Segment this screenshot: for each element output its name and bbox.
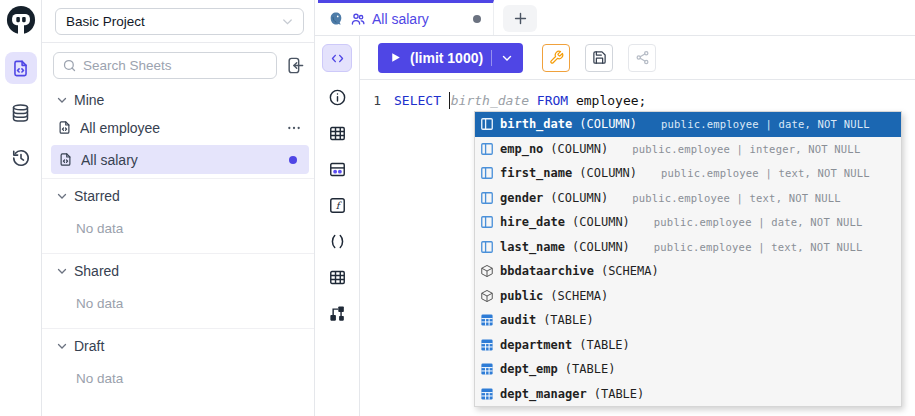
run-button-label: (limit 1000) [410, 50, 483, 66]
sheet-icon [58, 152, 73, 167]
section-mine[interactable]: Mine [42, 83, 314, 113]
save-button[interactable] [585, 44, 613, 72]
section-label: Draft [74, 338, 104, 354]
schema-icon [480, 264, 494, 278]
table-icon [328, 124, 347, 143]
table-icon [480, 387, 494, 401]
save-icon [592, 50, 607, 65]
column-icon [480, 240, 494, 254]
autocomplete-item[interactable]: gender (COLUMN) public.employee | text, … [475, 186, 901, 211]
unsaved-dot [473, 15, 481, 23]
autocomplete-item[interactable]: dept_emp (TABLE) [475, 357, 901, 382]
app-rail [0, 0, 42, 416]
autocomplete-item[interactable]: hire_date (COLUMN) public.employee | dat… [475, 210, 901, 235]
chevron-down-icon [55, 93, 69, 107]
empty-state: No data [42, 209, 314, 249]
sheet-sidebar: Basic Project Mine All employee [42, 0, 315, 416]
sql-keyword: FROM [537, 93, 568, 108]
plus-icon [512, 10, 529, 27]
section-label: Shared [74, 263, 119, 279]
column-icon [480, 191, 494, 205]
panel-schema-diagram-button[interactable] [322, 302, 352, 324]
chevron-down-icon [55, 264, 69, 278]
rail-databases-button[interactable] [5, 97, 37, 129]
project-select[interactable]: Basic Project [55, 8, 304, 35]
import-panel-icon[interactable] [286, 56, 305, 75]
autocomplete-item[interactable]: last_name (COLUMN) public.employee | tex… [475, 235, 901, 260]
autocomplete-item[interactable]: audit (TABLE) [475, 308, 901, 333]
search-input[interactable] [83, 58, 268, 73]
database-icon [10, 103, 31, 124]
bytebase-logo [6, 5, 36, 35]
sheet-item-label: All salary [81, 152, 281, 168]
chevron-down-icon [55, 339, 69, 353]
autocomplete-item[interactable]: department (TABLE) [475, 333, 901, 358]
tab-bar: All salary [315, 0, 915, 36]
run-query-button[interactable]: (limit 1000) [378, 43, 523, 73]
postgres-icon [328, 11, 344, 27]
table-icon [480, 338, 494, 352]
chevron-down-icon [500, 51, 514, 65]
code-icon [329, 51, 346, 66]
autocomplete-popup: birth_date (COLUMN) public.employee | da… [474, 111, 902, 407]
section-label: Mine [74, 92, 104, 108]
add-tab-button[interactable] [503, 5, 537, 32]
unsaved-dot [289, 156, 297, 164]
sheet-item-all-employee[interactable]: All employee [42, 113, 314, 142]
ellipsis-icon[interactable] [286, 120, 302, 136]
panel-code-button[interactable] [322, 44, 352, 72]
project-row: Basic Project [42, 0, 314, 43]
autocomplete-item[interactable]: emp_no (COLUMN) public.employee | intege… [475, 137, 901, 162]
function-icon: f [328, 196, 347, 215]
panel-info-button[interactable] [322, 86, 352, 108]
panel-functions-button[interactable]: f [322, 194, 352, 216]
line-number: 1 [360, 93, 394, 108]
panel-tables-button[interactable] [322, 122, 352, 144]
parentheses-icon [328, 232, 347, 251]
editor-toolbar: (limit 1000) [360, 36, 915, 80]
sql-keyword: SELECT [394, 93, 441, 108]
sheet-icon [57, 120, 72, 135]
tab-label: All salary [372, 11, 467, 27]
panel-brackets-button[interactable] [322, 230, 352, 252]
autocomplete-item[interactable]: dept_manager (TABLE) [475, 382, 901, 407]
wrench-icon [549, 50, 564, 65]
section-shared[interactable]: Shared [42, 254, 314, 284]
empty-state: No data [42, 284, 314, 324]
masked-table-icon [328, 160, 347, 179]
autocomplete-item[interactable]: birth_date (COLUMN) public.employee | da… [475, 112, 901, 137]
code-line: 1 SELECT birth_date FROM employee; [360, 90, 915, 111]
sheet-item-all-salary[interactable]: All salary [51, 145, 309, 174]
admin-wrench-button[interactable] [542, 44, 570, 72]
project-select-value: Basic Project [66, 14, 145, 29]
panel-masked-data-button[interactable] [322, 158, 352, 180]
sheet-item-label: All employee [80, 120, 278, 136]
share-button[interactable] [628, 44, 656, 72]
sql-editor[interactable]: 1 SELECT birth_date FROM employee; birth… [360, 80, 915, 416]
sheet-code-icon [11, 59, 30, 78]
play-icon [389, 51, 402, 64]
main-area: All salary [315, 0, 915, 416]
autocomplete-item[interactable]: first_name (COLUMN) public.employee | te… [475, 161, 901, 186]
section-draft[interactable]: Draft [42, 329, 314, 359]
rail-worksheets-button[interactable] [5, 52, 37, 84]
rail-history-button[interactable] [5, 142, 37, 174]
panel-views-button[interactable] [322, 266, 352, 288]
autocomplete-item[interactable]: bbdataarchive (SCHEMA) [475, 259, 901, 284]
users-icon [350, 11, 366, 27]
chevron-down-icon [55, 189, 69, 203]
search-icon [62, 58, 77, 73]
column-icon [480, 117, 494, 131]
table-icon [480, 313, 494, 327]
svg-text:f: f [335, 200, 342, 211]
ghost-completion-text: birth_date [451, 93, 529, 108]
divider [491, 50, 492, 66]
search-row [42, 43, 314, 83]
table-grid-icon [328, 268, 347, 287]
autocomplete-item[interactable]: public (SCHEMA) [475, 284, 901, 309]
table-icon [480, 362, 494, 376]
editor-column: (limit 1000) [360, 36, 915, 416]
tab-all-salary[interactable]: All salary [318, 0, 494, 35]
empty-state: No data [42, 359, 314, 399]
section-starred[interactable]: Starred [42, 179, 314, 209]
